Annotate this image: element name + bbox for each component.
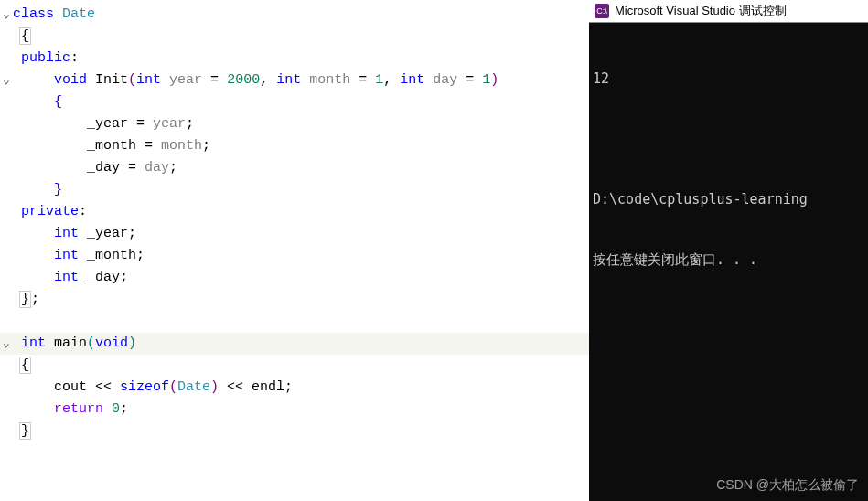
fold-gutter xyxy=(0,355,13,377)
code-line[interactable]: _month = month; xyxy=(0,135,589,157)
fold-gutter xyxy=(0,113,13,135)
console-line-result: 12 xyxy=(593,69,864,89)
chevron-down-icon[interactable] xyxy=(3,6,10,22)
console-output[interactable]: 12 D:\code\cplusplus-learning 按任意键关闭此窗口.… xyxy=(589,23,868,315)
code-text[interactable]: } xyxy=(13,421,589,442)
code-line[interactable]: int main(void) xyxy=(0,333,589,355)
fold-gutter xyxy=(0,399,13,421)
fold-gutter xyxy=(0,91,13,113)
fold-gutter xyxy=(0,223,13,245)
fold-gutter xyxy=(0,245,13,267)
code-text[interactable]: _day = day; xyxy=(13,157,589,179)
fold-gutter xyxy=(0,26,13,48)
chevron-down-icon[interactable] xyxy=(3,72,10,88)
console-title-bar: C:\ Microsoft Visual Studio 调试控制 xyxy=(589,0,868,23)
fold-gutter xyxy=(0,157,13,179)
code-text[interactable]: { xyxy=(13,355,589,377)
code-text[interactable] xyxy=(13,311,589,333)
code-line[interactable]: cout << sizeof(Date) << endl; xyxy=(0,377,589,399)
code-line[interactable]: } xyxy=(0,421,589,442)
code-text[interactable]: int _month; xyxy=(13,245,589,267)
chevron-down-icon[interactable] xyxy=(3,336,10,351)
code-text[interactable]: { xyxy=(13,91,589,113)
fold-gutter xyxy=(0,135,13,157)
fold-gutter xyxy=(0,377,13,399)
fold-gutter xyxy=(0,267,13,289)
fold-gutter xyxy=(0,201,13,223)
fold-gutter[interactable] xyxy=(0,333,13,355)
fold-gutter xyxy=(0,289,13,311)
code-line[interactable]: void Init(int year = 2000, int month = 1… xyxy=(0,69,589,91)
code-text[interactable]: private: xyxy=(13,201,589,223)
code-line[interactable]: { xyxy=(0,26,589,48)
code-text[interactable]: return 0; xyxy=(13,399,589,421)
watermark: CSDN @大柏怎么被偷了 xyxy=(716,477,859,494)
console-line-prompt: 按任意键关闭此窗口. . . xyxy=(593,250,864,270)
code-line[interactable]: } xyxy=(0,179,589,201)
code-line[interactable]: return 0; xyxy=(0,399,589,421)
code-line[interactable] xyxy=(0,311,589,333)
code-line[interactable]: class Date xyxy=(0,4,589,26)
code-line[interactable]: public: xyxy=(0,48,589,69)
fold-gutter xyxy=(0,311,13,333)
code-text[interactable]: } xyxy=(13,179,589,201)
code-line[interactable]: _year = year; xyxy=(0,113,589,135)
code-text[interactable]: public: xyxy=(13,48,589,69)
code-text[interactable]: cout << sizeof(Date) << endl; xyxy=(13,377,589,399)
code-line[interactable]: { xyxy=(0,91,589,113)
code-text[interactable]: int _day; xyxy=(13,267,589,289)
console-line-blank xyxy=(593,129,864,149)
code-line[interactable]: _day = day; xyxy=(0,157,589,179)
console-line-path: D:\code\cplusplus-learning xyxy=(593,189,864,209)
fold-gutter xyxy=(0,179,13,201)
code-editor-pane[interactable]: class Date { public: void Init(int year … xyxy=(0,0,589,501)
code-text[interactable]: int _year; xyxy=(13,223,589,245)
code-text[interactable]: }; xyxy=(13,289,589,311)
fold-gutter[interactable] xyxy=(0,69,13,91)
fold-gutter xyxy=(0,48,13,69)
code-area[interactable]: class Date { public: void Init(int year … xyxy=(0,0,589,446)
code-text[interactable]: { xyxy=(13,26,589,48)
code-text[interactable]: class Date xyxy=(13,4,589,26)
fold-gutter xyxy=(0,421,13,442)
fold-gutter[interactable] xyxy=(0,4,13,26)
code-line[interactable]: private: xyxy=(0,201,589,223)
console-pane: C:\ Microsoft Visual Studio 调试控制 12 D:\c… xyxy=(589,0,868,501)
code-text[interactable]: void Init(int year = 2000, int month = 1… xyxy=(13,69,589,91)
code-text[interactable]: _month = month; xyxy=(13,135,589,157)
vs-icon: C:\ xyxy=(595,4,609,18)
console-title-text: Microsoft Visual Studio 调试控制 xyxy=(615,3,787,19)
code-line[interactable]: int _year; xyxy=(0,223,589,245)
code-text[interactable]: int main(void) xyxy=(13,333,589,355)
code-line[interactable]: int _month; xyxy=(0,245,589,267)
code-line[interactable]: }; xyxy=(0,289,589,311)
code-line[interactable]: { xyxy=(0,355,589,377)
code-line[interactable]: int _day; xyxy=(0,267,589,289)
code-text[interactable]: _year = year; xyxy=(13,113,589,135)
